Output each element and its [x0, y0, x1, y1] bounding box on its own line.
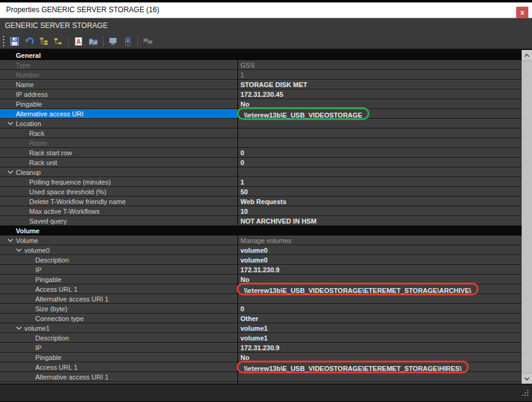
property-label-cell: Cleanup: [0, 168, 237, 177]
property-value-cell[interactable]: [237, 138, 522, 147]
property-row[interactable]: NameSTORAGE DISK MET: [0, 79, 522, 89]
property-label: Max active T-Workflows: [29, 206, 100, 216]
property-row[interactable]: Rack unit0: [0, 157, 522, 167]
property-label: Alternative access URI 1: [35, 372, 108, 381]
property-value-cell[interactable]: volume1: [237, 323, 522, 333]
mobile-device-icon[interactable]: [121, 35, 135, 48]
toolbar-separator: [138, 36, 138, 47]
property-value-cell[interactable]: NOT ARCHIVED IN HSM: [237, 216, 522, 225]
property-row[interactable]: Descriptionvolume0: [0, 255, 522, 264]
property-value-cell[interactable]: 0: [237, 304, 522, 313]
scrollbar-thumb[interactable]: [522, 60, 532, 373]
property-value-cell[interactable]: 0: [237, 158, 522, 167]
property-value-cell[interactable]: volume1: [237, 333, 522, 342]
edit-folder-icon[interactable]: [86, 35, 100, 48]
property-row[interactable]: Max active T-Workflows10: [0, 206, 522, 216]
property-value-cell[interactable]: 172.31.230.9: [237, 265, 522, 274]
property-value: 172.31.230.9: [240, 343, 279, 353]
chevron-down-icon[interactable]: [5, 168, 16, 177]
property-row[interactable]: Access URL 1\\eterew13b\E_USB_VIDEOSTORA…: [0, 284, 522, 294]
section-header-row[interactable]: General: [0, 50, 522, 60]
property-value-cell[interactable]: GSS: [237, 60, 522, 69]
property-label-cell: Saved query: [0, 216, 237, 225]
property-label: Type: [16, 60, 30, 69]
property-value: 1: [240, 70, 244, 80]
toolbar-separator: [103, 36, 103, 47]
property-value-cell[interactable]: 0: [237, 148, 522, 157]
property-value-cell[interactable]: \\eterew13b\E_USB_VIDEOSTORAGE\ETEREMET_…: [237, 284, 522, 294]
export-device-icon[interactable]: [106, 35, 121, 48]
title-bar: Properties GENERIC SERVER STORAGE (16) x: [0, 2, 532, 18]
property-row[interactable]: IP address172.31.230.45: [0, 89, 522, 99]
property-value-cell[interactable]: 1: [237, 70, 522, 79]
save-icon[interactable]: [7, 35, 22, 48]
property-value-cell[interactable]: 1: [237, 177, 522, 186]
vertical-scrollbar[interactable]: [522, 50, 532, 384]
toolbar: A: [0, 34, 532, 50]
property-value-cell[interactable]: \\eterew13b\E_USB_VIDEOSTORAGE: [237, 109, 522, 118]
chevron-down-icon[interactable]: [5, 119, 16, 128]
scroll-down-button[interactable]: [522, 373, 532, 384]
chevron-down-icon[interactable]: [13, 323, 24, 333]
resize-grip-icon[interactable]: [522, 388, 529, 399]
property-row[interactable]: IP172.31.230.9: [0, 342, 522, 352]
property-value: volume0: [240, 255, 268, 265]
property-row[interactable]: Connection typeOther: [0, 313, 522, 323]
property-value: volume0: [240, 245, 268, 255]
property-value-cell[interactable]: [237, 129, 522, 138]
expand-tree-icon[interactable]: [37, 35, 51, 48]
property-row[interactable]: Used space threshold (%)50: [0, 186, 522, 196]
chevron-down-icon[interactable]: [5, 236, 16, 245]
property-label-cell: Pingable: [0, 99, 237, 108]
toolbar-gripper: [1, 35, 6, 48]
font-icon[interactable]: A: [71, 35, 86, 48]
property-row[interactable]: Size (byte)0: [0, 303, 522, 313]
property-label: Volume: [16, 226, 40, 235]
property-value-cell[interactable]: Web Requests: [237, 197, 522, 206]
property-value-cell[interactable]: 172.31.230.9: [237, 343, 522, 352]
property-value-cell[interactable]: volume0: [237, 245, 522, 255]
property-value-cell[interactable]: \\eterew13b\E_USB_VIDEOSTORAGE\ETEREMET_…: [237, 362, 522, 372]
property-row[interactable]: Descriptionvolume1: [0, 333, 522, 342]
property-row[interactable]: Cleanup: [0, 167, 522, 177]
property-row[interactable]: volume0volume0: [0, 245, 522, 255]
property-row[interactable]: Rack start row0: [0, 147, 522, 157]
property-label: Pingable: [35, 353, 61, 362]
property-row[interactable]: TypeGSS: [0, 60, 522, 69]
property-label: Used space threshold (%): [29, 187, 107, 196]
property-label: Saved query: [29, 216, 67, 225]
collapse-tree-icon[interactable]: [51, 35, 66, 48]
property-row[interactable]: IP172.31.230.9: [0, 264, 522, 274]
close-button[interactable]: x: [516, 7, 528, 18]
property-row[interactable]: Number1: [0, 69, 522, 79]
property-value-cell[interactable]: Manage volumes: [237, 236, 522, 245]
property-row[interactable]: Polling frequence (minutes)1: [0, 177, 522, 186]
property-row[interactable]: Alternative access URI\\eterew13b\E_USB_…: [0, 108, 522, 118]
property-value-cell[interactable]: Other: [237, 314, 522, 323]
network-icon-disabled[interactable]: [141, 35, 155, 48]
property-label-cell: Rack unit: [0, 158, 237, 167]
property-label: volume1: [24, 323, 50, 333]
scroll-up-button[interactable]: [522, 50, 532, 60]
property-value: GSS: [240, 60, 254, 70]
property-value-cell[interactable]: 172.31.230.45: [237, 90, 522, 99]
undo-icon[interactable]: [22, 35, 37, 48]
property-row[interactable]: Saved queryNOT ARCHIVED IN HSM: [0, 216, 522, 225]
property-row[interactable]: Room: [0, 138, 522, 147]
property-value-cell[interactable]: [237, 168, 522, 177]
property-value-cell[interactable]: 10: [237, 206, 522, 216]
chevron-down-icon[interactable]: [13, 245, 24, 255]
property-value: volume1: [240, 323, 268, 333]
property-label: Rack start row: [29, 148, 72, 157]
property-label-cell: Alternative access URI 1: [0, 294, 237, 303]
property-value: Web Requests: [240, 197, 287, 206]
property-row[interactable]: Delete T-Workflow friendly nameWeb Reque…: [0, 196, 522, 206]
property-row[interactable]: Access URL 1\\eterew13b\E_USB_VIDEOSTORA…: [0, 362, 522, 372]
property-value-cell[interactable]: STORAGE DISK MET: [237, 80, 522, 89]
property-row[interactable]: Rack: [0, 128, 522, 138]
section-header-row[interactable]: Volume: [0, 225, 522, 235]
property-value-cell[interactable]: 50: [237, 187, 522, 196]
property-value-cell[interactable]: volume0: [237, 255, 522, 264]
property-row[interactable]: VolumeManage volumes: [0, 235, 522, 245]
property-row[interactable]: volume1volume1: [0, 323, 522, 333]
